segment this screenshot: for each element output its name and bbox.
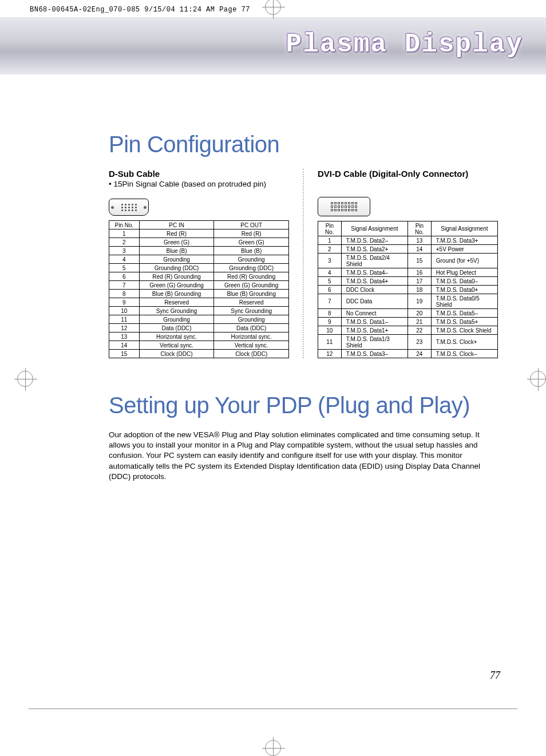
table-cell: 9 <box>318 318 342 326</box>
dvi-column: DVI-D Cable (Digital-Only Connector) Pin… <box>318 169 498 358</box>
table-row: 7DDC Data19T.M.D.S. Data0/5 Shield <box>318 294 498 309</box>
table-cell: T.M.D.S. Clock– <box>431 350 497 358</box>
table-cell: 8 <box>109 290 140 298</box>
table-cell: 4 <box>318 268 342 277</box>
table-cell: T.M.D.S. Data5– <box>431 309 497 318</box>
table-row: 12Data (DDC)Data (DDC) <box>109 324 289 333</box>
table-cell: 23 <box>407 335 431 350</box>
table-cell: T.M.D.S. Data5+ <box>431 318 497 326</box>
table-header: Pin No. <box>407 221 431 236</box>
table-cell: Red (R) Grounding <box>214 272 289 281</box>
table-cell: 6 <box>109 272 140 281</box>
table-cell: T.M.D.S. Data1/3 Shield <box>341 335 407 350</box>
table-cell: Green (G) <box>214 238 289 247</box>
dsub-column: D-Sub Cable • 15Pin Signal Cable (based … <box>109 169 289 358</box>
crop-mark-icon <box>530 371 546 387</box>
table-cell: T.M.D.S. Data4– <box>341 268 407 277</box>
table-cell: T.M.D.S. Data3+ <box>431 236 497 245</box>
table-row: 2T.M.D.S. Data2+14+5V Power <box>318 245 498 254</box>
table-cell: DDC Clock <box>341 286 407 294</box>
table-cell: T.M.D.S. Data0/5 Shield <box>431 294 497 309</box>
table-cell: Grounding (DDC) <box>214 264 289 272</box>
table-cell: Reserved <box>139 298 214 307</box>
table-cell: T.M.D.S. Data4+ <box>341 277 407 286</box>
table-cell: 13 <box>407 236 431 245</box>
table-cell: 12 <box>318 350 342 358</box>
table-cell: Sync Grounding <box>214 307 289 315</box>
table-cell: 6 <box>318 286 342 294</box>
table-row: 11GroundingGrounding <box>109 315 289 324</box>
table-cell: Grounding <box>139 315 214 324</box>
table-cell: No Connect <box>341 309 407 318</box>
table-cell: 15 <box>407 254 431 268</box>
table-cell: Grounding (DDC) <box>139 264 214 272</box>
table-cell: Red (R) <box>139 229 214 238</box>
table-cell: Reserved <box>214 298 289 307</box>
table-cell: 7 <box>318 294 342 309</box>
table-cell: DDC Data <box>341 294 407 309</box>
table-cell: T.M.D.S. Data1+ <box>341 326 407 335</box>
table-cell: T.M.D.S. Data3– <box>341 350 407 358</box>
table-row: 6DDC Clock18T.M.D.S. Data0+ <box>318 286 498 294</box>
table-row: 14Vertical sync.Vertical sync. <box>109 341 289 350</box>
table-cell: Grounding <box>214 255 289 264</box>
table-cell: 15 <box>109 350 140 358</box>
table-row: 5Grounding (DDC)Grounding (DDC) <box>109 264 289 272</box>
table-row: 10T.M.D.S. Data1+22T.M.D.S. Clock Shield <box>318 326 498 335</box>
table-cell: 22 <box>407 326 431 335</box>
dsub-title: D-Sub Cable <box>109 169 289 179</box>
plug-and-play-body: Our adoption of the new VESA® Plug and P… <box>109 430 498 482</box>
table-cell: 19 <box>407 294 431 309</box>
crop-mark-icon <box>265 740 281 756</box>
table-cell: 18 <box>407 286 431 294</box>
table-row: 9T.M.D.S. Data1–21T.M.D.S. Data5+ <box>318 318 498 326</box>
table-cell: T.M.D.S. Data2/4 Shield <box>341 254 407 268</box>
table-cell: Green (G) Grounding <box>214 281 289 290</box>
table-header: Pin No. <box>318 221 342 236</box>
table-cell: 2 <box>318 245 342 254</box>
column-separator <box>303 169 304 358</box>
table-cell: 5 <box>109 264 140 272</box>
table-row: 4T.M.D.S. Data4–16Hot Plug Detect <box>318 268 498 277</box>
table-row: 7Green (G) GroundingGreen (G) Grounding <box>109 281 289 290</box>
table-cell: 1 <box>318 236 342 245</box>
plug-and-play-heading: Setting up Your PDP (Plug and Play) <box>109 393 498 418</box>
table-cell: Data (DDC) <box>214 324 289 333</box>
pin-configuration-heading: Pin Configuration <box>109 132 498 157</box>
table-row: 2Green (G)Green (G) <box>109 238 289 247</box>
table-cell: 3 <box>109 247 140 255</box>
dsub-pin-table: Pin No.PC INPC OUT1Red (R)Red (R)2Green … <box>109 220 289 358</box>
table-cell: Data (DDC) <box>139 324 214 333</box>
table-cell: 24 <box>407 350 431 358</box>
table-cell: Hot Plug Detect <box>431 268 497 277</box>
table-cell: 20 <box>407 309 431 318</box>
table-row: 9ReservedReserved <box>109 298 289 307</box>
table-cell: 10 <box>109 307 140 315</box>
table-cell: Red (R) Grounding <box>139 272 214 281</box>
table-cell: Clock (DDC) <box>139 350 214 358</box>
table-cell: 11 <box>318 335 342 350</box>
table-row: 15Clock (DDC)Clock (DDC) <box>109 350 289 358</box>
table-cell: Grounding <box>214 315 289 324</box>
table-cell: Clock (DDC) <box>214 350 289 358</box>
table-row: 13Horizontal sync.Horizontal sync. <box>109 333 289 341</box>
table-cell: 14 <box>109 341 140 350</box>
table-cell: T.M.D.S. Data2– <box>341 236 407 245</box>
table-row: 3T.M.D.S. Data2/4 Shield15Ground (for +5… <box>318 254 498 268</box>
dvi-connector-icon <box>318 197 370 216</box>
table-cell: 9 <box>109 298 140 307</box>
table-cell: Horizontal sync. <box>214 333 289 341</box>
table-cell: 8 <box>318 309 342 318</box>
header-band: Plasma Display <box>0 17 546 74</box>
table-cell: T.M.D.S. Data1– <box>341 318 407 326</box>
header-title: Plasma Display <box>286 30 523 60</box>
table-cell: Red (R) <box>214 229 289 238</box>
table-cell: 14 <box>407 245 431 254</box>
table-cell: Sync Grounding <box>139 307 214 315</box>
print-metadata: BN68-00645A-02Eng_070-085 9/15/04 11:24 … <box>30 6 250 14</box>
table-header: Signal Assignment <box>341 221 407 236</box>
table-header: Pin No. <box>109 221 140 229</box>
table-header: PC OUT <box>214 221 289 229</box>
dvi-title: DVI-D Cable (Digital-Only Connector) <box>318 169 498 179</box>
table-header: PC IN <box>139 221 214 229</box>
